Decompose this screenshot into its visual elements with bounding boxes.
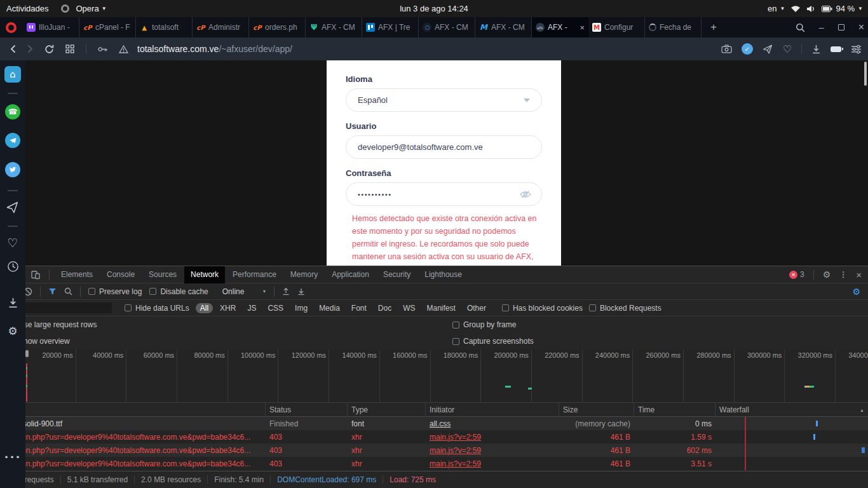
filter-pill-doc[interactable]: Doc: [374, 303, 396, 313]
group-by-frame-option[interactable]: Group by frame: [452, 320, 516, 329]
filter-pill-ws[interactable]: WS: [398, 303, 419, 313]
sidebar-setup-dots-icon[interactable]: •••: [4, 453, 21, 462]
devtools-settings-gear-icon[interactable]: ⚙: [823, 269, 831, 280]
devtools-tab-lighthouse[interactable]: Lighthouse: [418, 266, 468, 283]
filter-pill-js[interactable]: JS: [243, 303, 261, 313]
easy-setup-sliders-icon[interactable]: [851, 44, 862, 54]
initiator-link[interactable]: main.js?v=2:59: [426, 446, 559, 455]
column-header-size[interactable]: Size: [559, 403, 634, 417]
filter-pill-all[interactable]: All: [196, 303, 213, 313]
tab-orders[interactable]: orders.ph: [249, 17, 306, 37]
network-conditions-gear-icon[interactable]: ⚙: [852, 287, 860, 297]
user-input[interactable]: [358, 142, 530, 152]
speed-dial-icon[interactable]: [65, 44, 74, 53]
initiator-link[interactable]: main.js?v=2:59: [426, 459, 559, 468]
capture-screenshots-option[interactable]: Capture screenshots: [452, 337, 534, 346]
site-key-icon[interactable]: [98, 46, 107, 52]
devtools-tab-elements[interactable]: Elements: [55, 266, 99, 283]
filter-pill-font[interactable]: Font: [347, 303, 371, 313]
hide-data-urls-option[interactable]: Hide data URLs: [125, 304, 189, 313]
devtools-menu-dots-icon[interactable]: ⋮: [839, 270, 847, 279]
clock[interactable]: lun 3 de ago 14:24: [0, 4, 868, 13]
wifi-icon[interactable]: [790, 5, 801, 13]
search-tabs-icon[interactable]: [796, 23, 805, 32]
filter-pill-img[interactable]: Img: [290, 303, 312, 313]
preserve-log-checkbox[interactable]: [88, 288, 95, 295]
blocked-requests-option[interactable]: Blocked Requests: [589, 304, 661, 313]
close-tab-icon[interactable]: ×: [580, 23, 585, 32]
table-row[interactable]: login.php?usr=developer9%40totalsoftware…: [0, 457, 868, 470]
tab-gmail-config[interactable]: Configur: [588, 17, 645, 37]
downloads-sidebar-icon[interactable]: [8, 297, 18, 308]
history-clock-icon[interactable]: [7, 261, 19, 273]
snapshot-camera-icon[interactable]: [721, 44, 732, 53]
devtools-tab-network[interactable]: Network: [184, 266, 225, 283]
export-har-icon[interactable]: [297, 287, 305, 295]
close-window-button[interactable]: ×: [858, 22, 864, 33]
import-har-icon[interactable]: [282, 287, 290, 295]
page-scrollbar[interactable]: [864, 62, 867, 86]
my-flow-icon[interactable]: [763, 44, 773, 54]
filter-pill-manifest[interactable]: Manifest: [423, 303, 460, 313]
filter-pill-css[interactable]: CSS: [263, 303, 288, 313]
url-field[interactable]: totalsoftware.com.ve/~afxuser/dev/app/: [137, 44, 292, 54]
site-warning-icon[interactable]: [119, 45, 128, 53]
tab-afx-trello[interactable]: AFX | Tre: [362, 17, 419, 37]
initiator-link[interactable]: main.js?v=2:59: [426, 433, 559, 442]
column-header-waterfall[interactable]: Waterfall▲: [715, 403, 868, 417]
search-requests-icon[interactable]: [64, 287, 72, 295]
tab-afx-cms-1[interactable]: AFX - CM: [306, 17, 362, 37]
device-toolbar-icon[interactable]: [31, 270, 40, 280]
filter-pill-other[interactable]: Other: [463, 303, 491, 313]
tab-administrator[interactable]: Administr: [193, 17, 249, 37]
vpn-shield-badge-icon[interactable]: ✓: [742, 43, 753, 55]
volume-icon[interactable]: [806, 5, 816, 13]
tab-fecha[interactable]: Fecha de: [645, 17, 702, 37]
opera-logo-icon[interactable]: [6, 22, 17, 33]
back-button[interactable]: [10, 44, 16, 53]
filter-pill-media[interactable]: Media: [315, 303, 344, 313]
blocked-requests-checkbox[interactable]: [589, 304, 596, 311]
disable-cache-checkbox[interactable]: [149, 288, 156, 295]
bookmarks-heart-icon[interactable]: ♡: [7, 236, 18, 250]
tab-cpanel[interactable]: cPanel - F: [79, 17, 136, 37]
toggle-password-eye-off-icon[interactable]: [520, 190, 531, 199]
tab-afx-active[interactable]: AFX -×: [532, 17, 588, 37]
downloads-icon[interactable]: [811, 44, 821, 54]
devtools-tab-security[interactable]: Security: [377, 266, 417, 283]
group-by-frame-checkbox[interactable]: [452, 322, 459, 329]
tab-afx-cms-3[interactable]: AFX - CM: [475, 17, 532, 37]
table-row[interactable]: login.php?usr=developer9%40totalsoftware…: [0, 444, 868, 457]
has-blocked-cookies-option[interactable]: Has blocked cookies: [502, 304, 583, 313]
preserve-log-option[interactable]: Preserve log: [88, 287, 142, 296]
column-header-time[interactable]: Time: [634, 403, 715, 417]
tab-illojuan[interactable]: IlloJuan -: [23, 17, 79, 37]
devtools-tab-application[interactable]: Application: [325, 266, 376, 283]
capture-screenshots-checkbox[interactable]: [452, 338, 459, 345]
has-blocked-cookies-checkbox[interactable]: [502, 304, 509, 311]
network-overview-timeline[interactable]: 20000 ms 40000 ms 60000 ms 80000 ms 1000…: [0, 349, 868, 403]
password-input[interactable]: ••••••••••: [358, 191, 392, 198]
table-row[interactable]: fa-solid-900.ttf Finished font all.css (…: [0, 417, 868, 430]
speed-dial-home-icon[interactable]: ⌂: [4, 66, 21, 83]
restore-window-button[interactable]: [838, 24, 844, 30]
devtools-tab-console[interactable]: Console: [100, 266, 141, 283]
disable-cache-option[interactable]: Disable cache: [149, 287, 208, 296]
forward-button[interactable]: [27, 44, 33, 53]
column-header-initiator[interactable]: Initiator: [426, 403, 559, 417]
overview-drag-handle[interactable]: [25, 350, 29, 357]
filter-funnel-icon[interactable]: [48, 288, 57, 295]
filter-pill-xhr[interactable]: XHR: [215, 303, 240, 313]
devtools-close-icon[interactable]: ×: [856, 269, 862, 280]
tab-totalsoftware[interactable]: totalsoft: [136, 17, 193, 37]
telegram-icon[interactable]: [5, 133, 20, 148]
throttling-dropdown[interactable]: Online ▼: [222, 287, 267, 296]
settings-gear-icon[interactable]: ⚙: [8, 325, 17, 337]
battery-status[interactable]: 94 % ▼: [822, 4, 863, 13]
keyboard-layout[interactable]: en ▼: [768, 4, 785, 13]
devtools-tab-memory[interactable]: Memory: [284, 266, 324, 283]
twitter-icon[interactable]: [5, 162, 20, 177]
column-header-status[interactable]: Status: [266, 403, 348, 417]
table-row[interactable]: login.php?usr=developer9%40totalsoftware…: [0, 430, 868, 444]
hide-data-urls-checkbox[interactable]: [125, 304, 132, 311]
